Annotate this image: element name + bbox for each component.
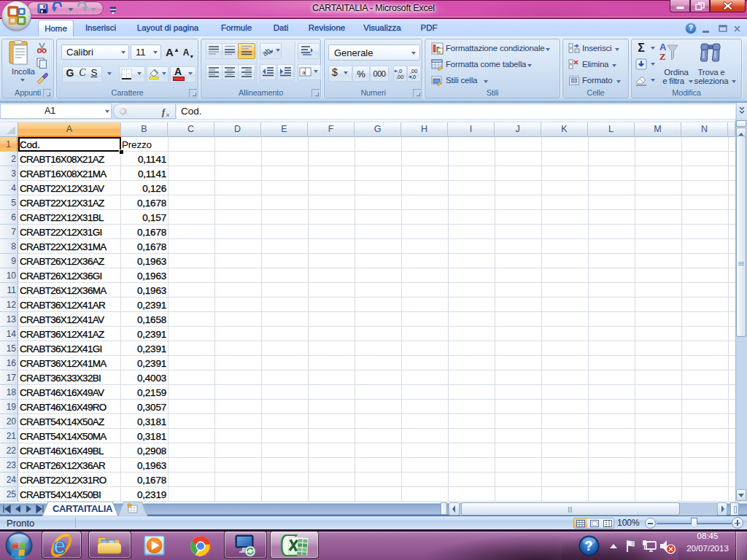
svg-text:,00: ,00	[396, 74, 403, 80]
svg-text:a: a	[302, 69, 306, 76]
svg-text:s: s	[438, 50, 441, 54]
svg-text:Z: Z	[659, 51, 666, 62]
svg-text:x: x	[166, 111, 169, 118]
svg-text:f: f	[162, 107, 166, 117]
svg-text:?: ?	[585, 539, 593, 553]
